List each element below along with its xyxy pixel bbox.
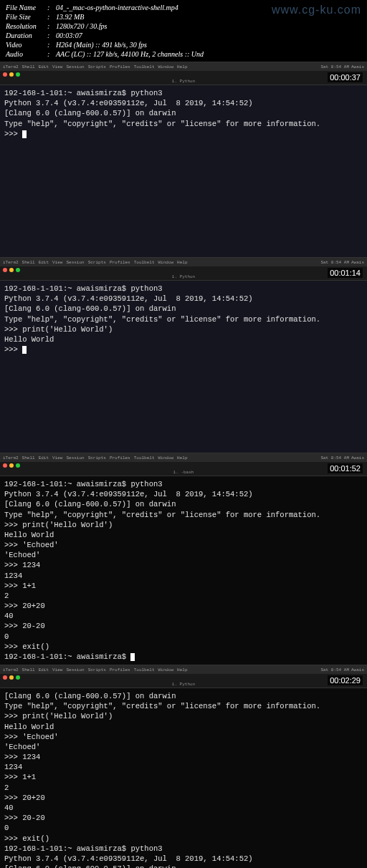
terminal-output[interactable]: 192-168-1-101:~ awaismirza$ python3 Pyth… xyxy=(0,85,367,257)
terminal-line: Type "help", "copyright", "credits" or "… xyxy=(4,315,320,324)
terminal-output[interactable]: 192-168-1-101:~ awaismirza$ python3 Pyth… xyxy=(0,476,367,665)
terminal-tab[interactable]: 1. Python xyxy=(0,78,367,85)
video-frame-1: iTerm2 Shell Edit View Session Scripts P… xyxy=(0,62,367,257)
menubar-item[interactable]: Session xyxy=(66,455,84,460)
menubar-time: Sat 8:54 AM xyxy=(320,667,349,672)
menubar-item[interactable]: Profiles xyxy=(110,64,130,69)
video-frame-4: iTerm2 Shell Edit View Session Scripts P… xyxy=(0,665,367,868)
menubar-item[interactable]: Help xyxy=(177,455,187,460)
menubar-app-name[interactable]: iTerm2 xyxy=(3,64,19,69)
minimize-icon[interactable] xyxy=(9,72,14,77)
menubar-item[interactable]: Toolbelt xyxy=(134,64,155,69)
menubar-item[interactable]: Help xyxy=(177,667,187,672)
close-icon[interactable] xyxy=(3,72,7,77)
menubar-item[interactable]: View xyxy=(52,455,62,460)
menubar-item[interactable]: Window xyxy=(158,667,174,672)
close-icon[interactable] xyxy=(3,463,7,468)
close-icon[interactable] xyxy=(3,675,7,680)
meta-video-label: Video xyxy=(6,40,47,49)
menubar-item[interactable]: Edit xyxy=(39,260,49,265)
menubar-item[interactable]: Window xyxy=(158,455,174,460)
meta-audio-label: Audio xyxy=(6,49,47,59)
terminal-line: >>> 20+20 xyxy=(4,602,45,610)
menubar-item[interactable]: Toolbelt xyxy=(134,455,155,460)
menubar-item[interactable]: Help xyxy=(177,260,187,265)
terminal-line: 0 xyxy=(4,632,9,641)
terminal-line: [Clang 6.0 (clang-600.0.57)] on darwin xyxy=(4,692,176,700)
menubar-item[interactable]: Profiles xyxy=(110,260,130,265)
terminal-line: 0 xyxy=(4,824,9,832)
menubar-item[interactable]: Profiles xyxy=(110,667,130,672)
close-icon[interactable] xyxy=(3,268,7,272)
menubar-item[interactable]: Shell xyxy=(22,260,35,265)
terminal-line: [Clang 6.0 (clang-600.0.57)] on darwin xyxy=(4,864,176,868)
terminal-line: 2 xyxy=(4,592,9,600)
terminal-line: 192-168-1-101:~ awaismirza$ python3 xyxy=(4,480,163,488)
terminal-output[interactable]: 192-168-1-101:~ awaismirza$ python3 Pyth… xyxy=(0,281,367,453)
menubar-item[interactable]: Shell xyxy=(22,64,35,69)
video-timestamp: 00:02:29 xyxy=(328,675,363,685)
menubar-item[interactable]: Toolbelt xyxy=(134,667,155,672)
terminal-line: Hello World xyxy=(4,531,54,539)
terminal-tab[interactable]: 1. Python xyxy=(0,274,367,281)
terminal-cursor xyxy=(22,346,27,354)
video-timestamp: 00:01:52 xyxy=(328,463,363,473)
maximize-icon[interactable] xyxy=(16,463,20,468)
window-controls xyxy=(0,71,367,78)
menubar-item[interactable]: Session xyxy=(66,260,84,265)
terminal-line: 'Echoed' xyxy=(4,551,40,559)
menubar-item[interactable]: Scripts xyxy=(88,455,106,460)
meta-resolution-label: Resolution xyxy=(6,21,47,31)
menubar-item[interactable]: Scripts xyxy=(88,667,106,672)
menubar-item[interactable]: Window xyxy=(158,260,174,265)
menubar-item[interactable]: Session xyxy=(66,667,84,672)
minimize-icon[interactable] xyxy=(9,675,14,680)
terminal-line: 192-168-1-101:~ awaismirza$ python3 xyxy=(4,844,163,853)
meta-filesize-value: 13.92 MB xyxy=(56,12,84,21)
terminal-line: 192-168-1-101:~ awaismirza$ xyxy=(4,652,130,661)
minimize-icon[interactable] xyxy=(9,268,14,272)
menubar-time: Sat 8:54 AM xyxy=(320,260,349,265)
terminal-line: 1234 xyxy=(4,572,22,580)
menubar-item[interactable]: View xyxy=(52,667,62,672)
menubar-item[interactable]: Scripts xyxy=(88,64,106,69)
menubar-item[interactable]: Window xyxy=(158,64,174,69)
video-timestamp: 00:00:37 xyxy=(328,72,363,82)
terminal-line: >>> 1234 xyxy=(4,753,40,761)
meta-filename-label: File Name xyxy=(6,3,47,12)
mac-menubar: iTerm2 Shell Edit View Session Scripts P… xyxy=(0,453,367,462)
maximize-icon[interactable] xyxy=(16,268,20,272)
menubar-item[interactable]: Edit xyxy=(39,667,49,672)
terminal-line: >>> 20+20 xyxy=(4,794,45,802)
menubar-user: Awais xyxy=(351,64,364,69)
menubar-item[interactable]: Shell xyxy=(22,667,35,672)
maximize-icon[interactable] xyxy=(16,675,20,680)
menubar-item[interactable]: Edit xyxy=(39,64,49,69)
menubar-item[interactable]: Shell xyxy=(22,455,35,460)
terminal-tab-title: 1. Python xyxy=(172,682,195,687)
terminal-line: Hello World xyxy=(4,335,54,344)
terminal-line: 40 xyxy=(4,804,14,812)
menubar-app-name[interactable]: iTerm2 xyxy=(3,667,19,672)
terminal-line: >>> 'Echoed' xyxy=(4,541,59,549)
menubar-item[interactable]: View xyxy=(52,64,62,69)
menubar-app-name[interactable]: iTerm2 xyxy=(3,455,19,460)
maximize-icon[interactable] xyxy=(16,72,20,77)
minimize-icon[interactable] xyxy=(9,463,14,468)
watermark-top: www.cg-ku.com xyxy=(272,3,361,18)
video-frame-2: iTerm2 Shell Edit View Session Scripts P… xyxy=(0,257,367,453)
terminal-output[interactable]: [Clang 6.0 (clang-600.0.57)] on darwin T… xyxy=(0,688,367,868)
menubar-app-name[interactable]: iTerm2 xyxy=(3,260,19,265)
terminal-tab[interactable]: 1. -bash xyxy=(0,469,367,476)
menubar-item[interactable]: Edit xyxy=(39,455,49,460)
menubar-item[interactable]: Help xyxy=(177,64,187,69)
menubar-item[interactable]: Profiles xyxy=(110,455,130,460)
menubar-item[interactable]: Toolbelt xyxy=(134,260,155,265)
menubar-item[interactable]: View xyxy=(52,260,62,265)
menubar-item[interactable]: Scripts xyxy=(88,260,106,265)
menubar-item[interactable]: Session xyxy=(66,64,84,69)
terminal-tab[interactable]: 1. Python xyxy=(0,681,367,688)
mac-menubar: iTerm2 Shell Edit View Session Scripts P… xyxy=(0,258,367,266)
meta-video-value: H264 (Main) :: 491 kb/s, 30 fps xyxy=(56,40,147,49)
terminal-line: >>> 20-20 xyxy=(4,622,45,630)
